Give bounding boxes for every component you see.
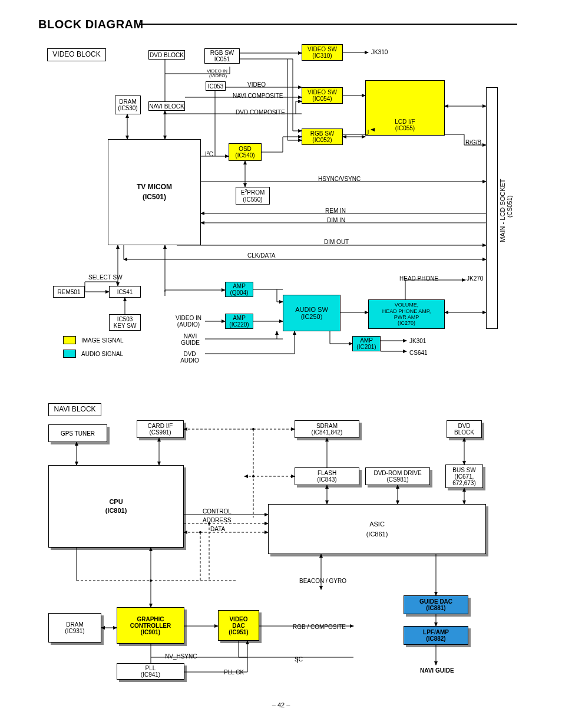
svg-point-82 bbox=[199, 531, 201, 533]
navi-wires bbox=[0, 0, 562, 728]
svg-point-84 bbox=[208, 522, 210, 525]
page-number: – 42 – bbox=[0, 701, 562, 709]
page: BLOCK DIAGRAM VIDEO BLOCK DVD BLOCK NAVI… bbox=[0, 0, 562, 728]
svg-point-89 bbox=[150, 579, 152, 582]
svg-point-70 bbox=[252, 428, 254, 430]
